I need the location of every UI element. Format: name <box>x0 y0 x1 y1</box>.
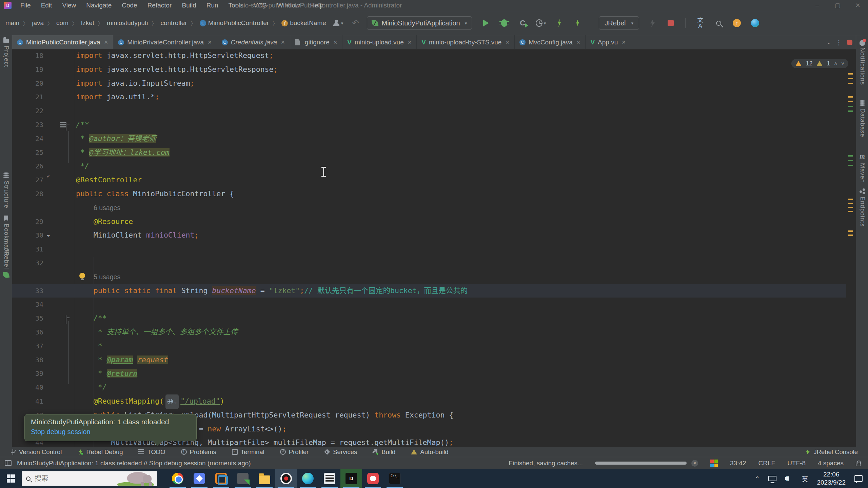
breadcrumb-item-bucketName[interactable]: fbucketName <box>281 18 327 28</box>
usages-hint[interactable]: 6 usages <box>94 201 120 215</box>
jrebel-leaf-icon[interactable] <box>0 272 12 278</box>
menu-item-file[interactable]: File <box>16 0 35 11</box>
tab-MinioPrivateController.java[interactable]: CMinioPrivateController.java✕ <box>113 35 217 49</box>
tab-minio-upload-by-STS.vue[interactable]: Vminio-upload-by-STS.vue✕ <box>417 35 515 49</box>
code-line-39[interactable]: 39 * @return <box>12 367 846 381</box>
code-line-40[interactable]: 40 */ <box>12 381 846 394</box>
stop-debug-session-link[interactable]: Stop debug session <box>31 428 190 436</box>
close-icon[interactable]: ✕ <box>408 39 412 45</box>
next-issue-icon[interactable]: ˅ <box>841 61 844 66</box>
dismiss-progress-icon[interactable]: ✕ <box>691 460 698 467</box>
request-mapping-widget[interactable]: ⌄ <box>165 394 179 409</box>
sidebar-item-maven[interactable]: mMaven <box>856 152 868 183</box>
tool-window-button-jrebel-console[interactable]: JRebel Console <box>805 448 858 456</box>
sidebar-item-jrebel[interactable]: JRebel <box>0 248 12 269</box>
tool-window-button-problems[interactable]: Problems <box>181 448 216 456</box>
code-line-37[interactable]: 37 * <box>12 339 846 353</box>
inline-hint-row[interactable]: 5 usages <box>12 270 846 284</box>
fold-marker[interactable] <box>66 316 66 324</box>
debug-button[interactable] <box>499 18 509 28</box>
code-line-33[interactable]: 33 public static final String bucketName… <box>12 284 846 298</box>
intention-bulb-icon[interactable] <box>79 273 85 279</box>
search-everywhere-icon[interactable] <box>713 18 724 28</box>
usages-hint[interactable]: 5 usages <box>94 270 120 284</box>
sidebar-item-project[interactable]: Project <box>0 39 12 67</box>
close-icon[interactable]: ✕ <box>505 39 510 45</box>
tab-options-icon[interactable]: ⋮ <box>835 38 842 46</box>
menu-item-build[interactable]: Build <box>178 0 200 11</box>
ime-indicator[interactable]: 英 <box>802 474 808 483</box>
line-ending[interactable]: CRLF <box>758 460 775 467</box>
search-input[interactable] <box>35 475 109 483</box>
jrebel-select[interactable]: JRebel ▾ <box>599 16 639 30</box>
taskbar-app-notes[interactable] <box>189 469 210 488</box>
code-line-38[interactable]: 38 * @param request <box>12 353 846 367</box>
taskbar-app-explorer[interactable] <box>254 469 275 488</box>
caret-position[interactable]: 33:42 <box>730 460 746 467</box>
close-icon[interactable]: ✕ <box>333 39 338 45</box>
tool-window-quick-access-icon[interactable] <box>5 460 12 466</box>
close-icon[interactable]: ✕ <box>576 39 581 45</box>
volume-icon[interactable]: )) <box>785 475 793 482</box>
tab-.gitignore[interactable]: .gitignore✕ <box>290 35 343 49</box>
sidebar-item-database[interactable]: Database <box>856 100 868 137</box>
code-line-36[interactable]: 36 * 支持单个、一组多个、多组多个文件上传 <box>12 325 846 339</box>
run-with-coverage-button[interactable]: C <box>517 18 528 28</box>
jrebel-debug-button[interactable] <box>572 18 583 28</box>
taskbar-app-terminal[interactable] <box>384 469 406 488</box>
tool-window-button-rebel-debug[interactable]: Rebel Debug <box>77 448 123 456</box>
breadcrumb-item-com[interactable]: com <box>56 18 69 28</box>
sidebar-item-notifications[interactable]: Notifications <box>856 40 868 85</box>
inspections-widget[interactable]: 12 1 ˄ ˅ <box>791 59 848 68</box>
code-line-26[interactable]: 26 */ <box>12 159 846 173</box>
breadcrumb-item-miniostudyputi[interactable]: miniostudyputi <box>106 18 149 28</box>
code-line-27[interactable]: 27@RestController <box>12 173 846 187</box>
breadcrumb-item-controller[interactable]: controller <box>160 18 188 28</box>
tool-window-button-profiler[interactable]: Profiler <box>280 448 309 456</box>
taskbar-search[interactable] <box>22 471 157 486</box>
translate-icon[interactable]: 文A <box>695 18 705 28</box>
code-line-31[interactable]: 31 <box>12 242 846 256</box>
notification-badge-icon[interactable] <box>847 40 852 45</box>
close-icon[interactable]: ✕ <box>281 39 285 45</box>
taskbar-app-xshell[interactable] <box>319 469 340 488</box>
minimize-button[interactable]: – <box>810 2 824 9</box>
code-line-19[interactable]: 19import javax.servlet.http.HttpServletR… <box>12 63 846 77</box>
prev-issue-icon[interactable]: ˄ <box>834 61 837 66</box>
code-line-22[interactable]: 22 <box>12 104 846 118</box>
code-line-30[interactable]: 30 MinioClient minioClient; <box>12 228 846 242</box>
tab-MvcConfig.java[interactable]: CMvcConfig.java✕ <box>515 35 586 49</box>
tool-window-button-services[interactable]: Services <box>324 448 357 456</box>
tab-minio-upload.vue[interactable]: Vminio-upload.vue✕ <box>342 35 417 49</box>
code-line-20[interactable]: 20import java.io.InputStream; <box>12 77 846 90</box>
run-button[interactable] <box>481 18 491 28</box>
tab-App.vu[interactable]: VApp.vu✕ <box>586 35 631 49</box>
network-icon[interactable] <box>768 476 776 481</box>
maximize-button[interactable]: ▢ <box>831 2 844 9</box>
menu-item-view[interactable]: View <box>58 0 80 11</box>
undo-icon[interactable]: ↶ <box>352 18 359 28</box>
encoding[interactable]: UTF-8 <box>787 460 806 467</box>
notification-center-icon[interactable] <box>854 475 863 482</box>
taskbar-app-edge[interactable] <box>297 469 319 488</box>
breadcrumb-item-lzket[interactable]: lzket <box>80 18 95 28</box>
tool-window-button-version-control[interactable]: Version Control <box>10 448 62 456</box>
close-icon[interactable]: ✕ <box>104 39 108 45</box>
taskbar-app-vmware[interactable] <box>210 469 232 488</box>
tray-expand-icon[interactable]: ⌃ <box>755 475 760 482</box>
close-icon[interactable]: ✕ <box>622 39 626 45</box>
code-area[interactable]: 18import javax.servlet.http.HttpServletR… <box>12 49 846 447</box>
taskbar-app-intellij-idea[interactable] <box>340 469 362 488</box>
inline-hint-row[interactable]: 6 usages <box>12 201 846 215</box>
lock-icon[interactable] <box>856 463 861 466</box>
code-line-24[interactable]: 24 * @author：菩提老师 <box>12 132 846 146</box>
taskbar-app-xftp[interactable] <box>232 469 254 488</box>
code-line-29[interactable]: 29 @Resource <box>12 215 846 229</box>
tool-window-button-todo[interactable]: TODO <box>138 448 165 456</box>
breadcrumb-item-MinioPublicController[interactable]: CMinioPublicController <box>199 18 270 28</box>
code-line-21[interactable]: 21import java.util.*; <box>12 90 846 104</box>
tab-MinioPublicController.java[interactable]: CMinioPublicController.java✕ <box>12 35 113 49</box>
run-configuration-select[interactable]: MinioStudyPutiApplication ▾ <box>367 16 472 30</box>
code-line-41[interactable]: 41 @RequestMapping(⌄"/upload") <box>12 394 846 408</box>
close-button[interactable]: ✕ <box>851 2 865 9</box>
